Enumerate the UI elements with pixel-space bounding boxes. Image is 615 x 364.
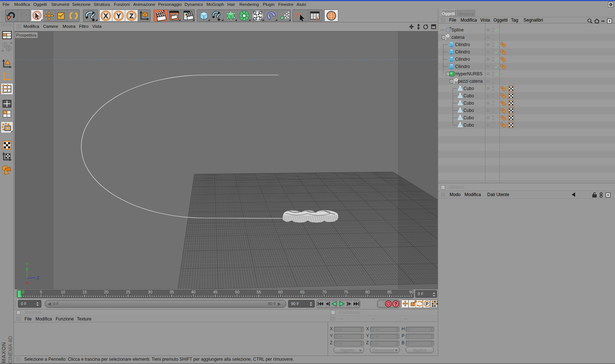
svg-text:MAXON: MAXON <box>0 342 7 363</box>
svg-text:X: X <box>104 12 108 19</box>
svg-text:80: 80 <box>365 290 370 294</box>
svg-text:90: 90 <box>409 290 414 294</box>
svg-text:pezzi catena: pezzi catena <box>458 79 483 84</box>
svg-text:35: 35 <box>169 290 174 294</box>
svg-text:10: 10 <box>61 290 65 294</box>
svg-text:A: A <box>586 192 589 198</box>
svg-text:20: 20 <box>104 290 108 294</box>
svg-text:Cubo: Cubo <box>463 115 474 120</box>
svg-text:Spline: Spline <box>451 27 464 33</box>
svg-text:85: 85 <box>387 290 392 294</box>
svg-text:Cubo: Cubo <box>463 86 474 91</box>
svg-text:45: 45 <box>213 290 217 294</box>
svg-text:Cubo: Cubo <box>463 123 474 128</box>
svg-text:5: 5 <box>40 290 42 294</box>
svg-text:Cilindro: Cilindro <box>455 57 470 62</box>
svg-text:Cilindro: Cilindro <box>455 64 470 69</box>
svg-text:70: 70 <box>322 290 327 294</box>
svg-text:Cubo: Cubo <box>463 93 474 98</box>
svg-text:Cubo: Cubo <box>463 108 474 113</box>
svg-text:25: 25 <box>126 290 130 294</box>
svg-text:15: 15 <box>82 290 87 294</box>
svg-text:65: 65 <box>300 290 305 294</box>
svg-text:catena: catena <box>451 35 465 40</box>
svg-text:40: 40 <box>191 290 195 294</box>
svg-text:50: 50 <box>235 290 239 294</box>
svg-text:HyperNURBS: HyperNURBS <box>455 71 482 76</box>
svg-text:?: ? <box>315 16 318 21</box>
svg-text:Y: Y <box>26 262 29 266</box>
svg-text:30: 30 <box>148 290 152 294</box>
svg-text:Cubo: Cubo <box>463 101 474 106</box>
svg-text:0: 0 <box>22 290 24 294</box>
svg-text:Z: Z <box>130 12 134 19</box>
svg-text:CINEMA 4D: CINEMA 4D <box>7 336 13 364</box>
svg-text:Z: Z <box>37 275 39 280</box>
svg-text:Prospettiva: Prospettiva <box>16 33 37 37</box>
svg-text:55: 55 <box>257 290 261 294</box>
svg-text:60: 60 <box>278 290 283 294</box>
svg-text:?: ? <box>295 11 299 20</box>
svg-text:P: P <box>425 301 428 307</box>
svg-text:75: 75 <box>344 290 348 294</box>
svg-text:Cilindro: Cilindro <box>455 42 470 47</box>
svg-text:Y: Y <box>116 12 121 19</box>
svg-text:?: ? <box>394 301 397 307</box>
svg-text:Cilindro: Cilindro <box>455 49 470 55</box>
